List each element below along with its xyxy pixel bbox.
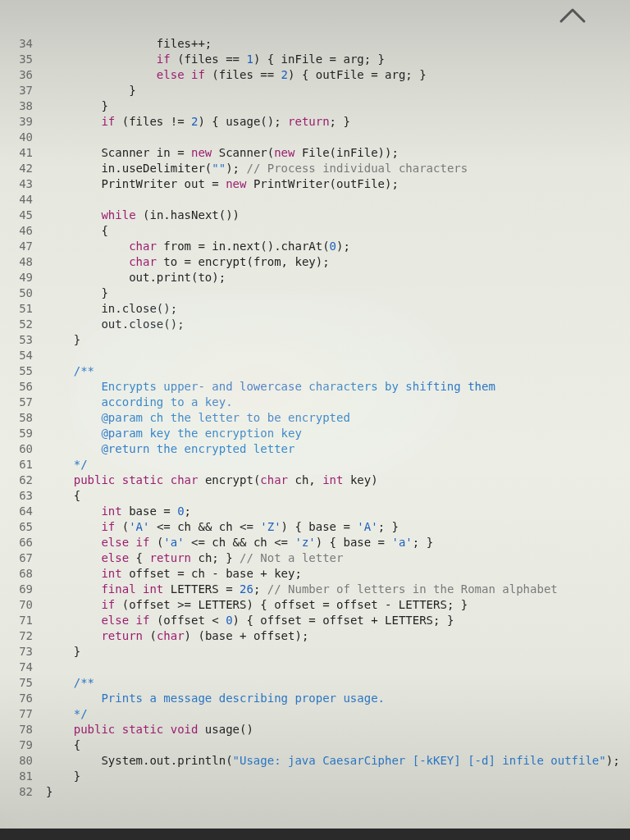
code-line: files++;: [46, 36, 630, 52]
code-token: (offset <: [149, 614, 226, 627]
code-token: base =: [122, 504, 177, 518]
code-token: else if: [101, 614, 149, 627]
code-token: while: [101, 208, 135, 221]
code-token: <= ch && ch <=: [185, 536, 295, 549]
code-line: char to = encrypt(from, key);: [46, 254, 630, 270]
code-line: @param key the encryption key: [46, 426, 630, 441]
code-token: final int: [101, 582, 163, 596]
code-token: [46, 629, 101, 642]
line-number: 63: [0, 488, 33, 504]
code-line: else { return ch; } // Not a letter: [46, 550, 630, 566]
code-token: [46, 37, 157, 50]
code-token: 2: [281, 68, 288, 81]
code-token: }: [46, 785, 52, 798]
code-token: [46, 582, 101, 596]
collapse-caret[interactable]: [548, 0, 597, 31]
code-line: System.out.println("Usage: java CaesarCi…: [46, 753, 630, 769]
line-number: 54: [0, 348, 33, 363]
line-number: 57: [0, 395, 33, 410]
code-token: // Number of letters in the Roman alphab…: [267, 582, 558, 596]
code-line: {: [46, 223, 630, 239]
code-token: // Not a letter: [240, 551, 343, 564]
code-token: ) (base + offset);: [185, 629, 309, 642]
code-token: LETTERS =: [163, 582, 240, 596]
code-line: if (offset >= LETTERS) { offset = offset…: [46, 597, 630, 613]
code-token: [46, 255, 129, 268]
line-number: 37: [0, 83, 33, 98]
code-token: new: [191, 146, 212, 159]
line-number: 56: [0, 379, 33, 395]
line-number: 55: [0, 363, 33, 379]
code-token: if: [157, 52, 171, 66]
code-token: (files ==: [171, 52, 247, 66]
code-token: [46, 536, 101, 549]
line-number: 68: [0, 566, 33, 582]
code-token: else: [101, 551, 129, 564]
code-token: "Usage: java CaesarCipher [-kKEY] [-d] i…: [233, 754, 606, 767]
code-token: */: [46, 458, 88, 471]
code-token: ) { outFile = arg; }: [288, 68, 427, 81]
code-token: );: [226, 162, 246, 175]
line-number: 71: [0, 613, 33, 628]
line-number: 43: [0, 176, 33, 192]
code-token: {: [46, 489, 80, 502]
code-token: [46, 520, 101, 533]
line-number: 50: [0, 285, 33, 301]
code-token: return: [288, 115, 330, 128]
code-token: Prints a message describing proper usage…: [46, 692, 385, 705]
code-token: 'A': [357, 520, 377, 533]
code-token: [46, 723, 74, 736]
code-token: @return the encrypted letter: [46, 442, 294, 455]
code-token: ; }: [378, 520, 399, 533]
line-number: 66: [0, 535, 33, 550]
line-number: 67: [0, 550, 33, 566]
line-number: 76: [0, 691, 33, 706]
code-token: Scanner(: [212, 146, 274, 159]
code-token: out.close();: [46, 317, 185, 331]
code-line: public static char encrypt(char ch, int …: [46, 472, 630, 488]
code-token: // Process individual characters: [246, 162, 468, 175]
code-token: [163, 473, 170, 486]
code-token: new: [226, 177, 246, 190]
code-token: <= ch && ch <=: [149, 520, 260, 533]
code-line: @param ch the letter to be encrypted: [46, 410, 630, 426]
line-number: 35: [0, 52, 33, 67]
code-line: int base = 0;: [46, 504, 630, 519]
code-token: key): [343, 473, 377, 486]
code-token: int: [101, 567, 121, 580]
code-token: Scanner in =: [46, 146, 191, 159]
line-number: 47: [0, 239, 33, 254]
code-token: (in.hasNext()): [136, 208, 240, 221]
code-line: Encrypts upper- and lowercase characters…: [46, 379, 630, 395]
code-token: [46, 567, 101, 580]
code-token: char: [129, 255, 157, 268]
code-token: [46, 364, 74, 377]
line-number: 48: [0, 254, 33, 270]
line-number: 58: [0, 410, 33, 426]
code-token: in.close();: [46, 302, 177, 315]
code-token: 'a': [163, 536, 184, 549]
code-token: "": [212, 162, 226, 175]
line-number: 74: [0, 660, 33, 675]
chevron-up-icon: [559, 7, 587, 25]
code-token: if: [101, 115, 115, 128]
code-token: in.useDelimiter(: [46, 162, 212, 175]
code-line: Scanner in = new Scanner(new File(inFile…: [46, 145, 630, 161]
code-token: public static void: [74, 723, 199, 736]
code-token: public static: [74, 473, 164, 486]
line-number: 78: [0, 722, 33, 737]
code-token: }: [46, 769, 80, 783]
code-line: according to a key.: [46, 395, 630, 410]
line-number: 45: [0, 208, 33, 223]
code-token: ; }: [413, 536, 433, 549]
code-token: ) { offset = offset + LETTERS; }: [233, 614, 454, 627]
code-token: (: [143, 629, 157, 642]
code-line: }: [46, 332, 630, 348]
code-line: while (in.hasNext()): [46, 208, 630, 223]
code-token: char: [260, 473, 288, 486]
code-token: ) { usage();: [198, 115, 288, 128]
code-token: [46, 52, 157, 66]
code-token: ) { base =: [316, 536, 392, 549]
line-number: 64: [0, 504, 33, 519]
code-token: according to a key.: [46, 395, 233, 409]
